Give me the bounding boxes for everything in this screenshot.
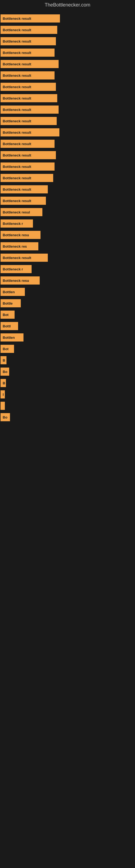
bottleneck-bar[interactable]: Bottleneck resul (1, 208, 42, 216)
bottleneck-bar[interactable]: Bottleneck result (1, 174, 53, 182)
bar-row: Bot (0, 343, 135, 354)
bottleneck-bar[interactable]: Bottleneck result (1, 254, 48, 262)
bar-row: Bottleneck result (0, 138, 135, 150)
bar-row: Bottleneck result (0, 195, 135, 207)
site-title: TheBottlenecker.com (0, 0, 135, 10)
bottleneck-bar[interactable]: Bottleneck result (1, 14, 60, 23)
bar-row: I (0, 389, 135, 400)
bar-row: Bottleneck result (0, 150, 135, 161)
bar-row: Bottleneck result (0, 104, 135, 115)
bar-row: Bottleneck result (0, 93, 135, 104)
bar-row: Bot (0, 309, 135, 320)
bar-row: Bottleneck resu (0, 275, 135, 286)
bottleneck-bar[interactable]: Bottleneck r (1, 265, 32, 273)
bottleneck-bar[interactable]: Bo (1, 368, 9, 376)
bottleneck-bar[interactable]: Bottlen (1, 333, 24, 341)
bottleneck-bar[interactable]: Bottleneck r (1, 219, 33, 227)
bar-row: Bottleneck result (0, 13, 135, 24)
bars-container: Bottleneck resultBottleneck resultBottle… (0, 10, 135, 426)
bottleneck-bar[interactable]: Bottl (1, 322, 18, 330)
bottleneck-bar[interactable]: Bottle (1, 299, 21, 307)
bar-row: Bottleneck r (0, 218, 135, 229)
bottleneck-bar[interactable]: Bottleneck result (1, 185, 48, 193)
bottleneck-bar[interactable]: Bottleneck result (1, 197, 46, 205)
bar-row: Bottleneck result (0, 47, 135, 58)
bar-row: Bo (0, 366, 135, 377)
bar-row: Bo (0, 411, 135, 423)
bottleneck-bar[interactable]: Bottleneck result (1, 26, 57, 34)
bar-row: Bottl (0, 320, 135, 332)
bar-row: Bottleneck result (0, 58, 135, 70)
bottleneck-bar[interactable]: Bottleneck result (1, 105, 58, 114)
bottleneck-bar[interactable]: Bot (1, 345, 14, 353)
bar-row: Bottleneck result (0, 24, 135, 35)
bottleneck-bar[interactable]: Bottleneck result (1, 140, 54, 148)
bottleneck-bar[interactable]: Bot (1, 311, 14, 319)
bar-row: Bottleneck result (0, 35, 135, 47)
bar-row: Bottlen (0, 332, 135, 343)
bottleneck-bar[interactable]: Bo (1, 413, 10, 421)
bottleneck-bar[interactable]: B (1, 379, 6, 387)
bar-row: Bottlen (0, 286, 135, 298)
bottleneck-bar[interactable]: Bottleneck res (1, 242, 38, 250)
bar-row: Bottleneck result (0, 252, 135, 264)
bottleneck-bar[interactable]: Bottleneck result (1, 60, 58, 68)
bar-row: Bottleneck result (0, 115, 135, 127)
bottleneck-bar[interactable]: Bottleneck result (1, 162, 54, 170)
bottleneck-bar[interactable]: Bottleneck result (1, 128, 59, 136)
bar-row: Bottleneck r (0, 264, 135, 275)
bar-row: Bottleneck result (0, 70, 135, 81)
bottleneck-bar[interactable] (1, 402, 5, 410)
bar-row: Bottleneck res (0, 241, 135, 252)
bottleneck-bar[interactable]: Bottleneck resu (1, 231, 41, 239)
bottleneck-bar[interactable]: I (1, 390, 5, 399)
bottleneck-bar[interactable]: Bottleneck result (1, 49, 54, 57)
bar-row: B (0, 377, 135, 389)
bottleneck-bar[interactable]: B (1, 356, 6, 364)
bar-row: B (0, 354, 135, 366)
bar-row: Bottleneck result (0, 161, 135, 172)
bottleneck-bar[interactable]: Bottleneck result (1, 151, 56, 159)
bar-row: Bottleneck result (0, 184, 135, 195)
bar-row: Bottle (0, 298, 135, 309)
bar-row: Bottleneck resul (0, 207, 135, 218)
bottleneck-bar[interactable]: Bottleneck result (1, 37, 56, 45)
bar-row: Bottleneck result (0, 81, 135, 93)
bottleneck-bar[interactable]: Bottlen (1, 288, 25, 296)
bottleneck-bar[interactable]: Bottleneck result (1, 83, 56, 91)
bar-row: Bottleneck resu (0, 229, 135, 241)
bar-row: Bottleneck result (0, 127, 135, 138)
bar-row: Bottleneck result (0, 172, 135, 184)
bottleneck-bar[interactable]: Bottleneck result (1, 71, 54, 80)
bar-row (0, 400, 135, 411)
bottleneck-bar[interactable]: Bottleneck result (1, 117, 57, 125)
bottleneck-bar[interactable]: Bottleneck result (1, 94, 57, 102)
bottleneck-bar[interactable]: Bottleneck resu (1, 276, 40, 284)
